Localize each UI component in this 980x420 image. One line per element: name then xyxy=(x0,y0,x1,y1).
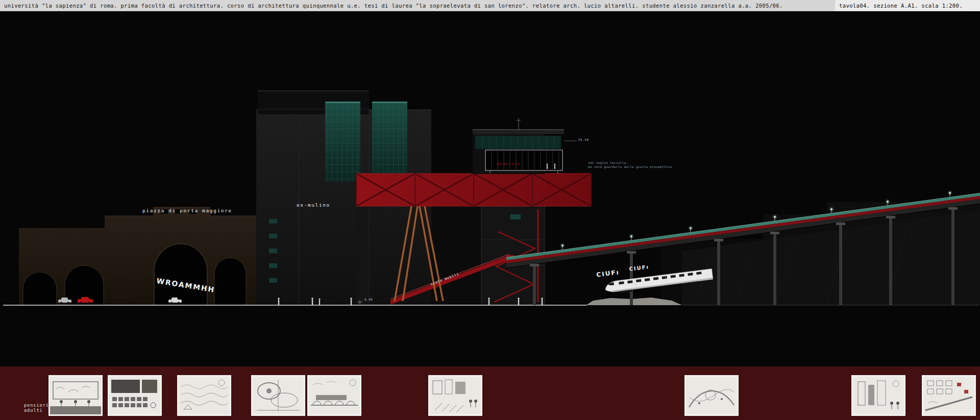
child-drawing-thumbnail-3 xyxy=(177,375,231,416)
project-title: università "la sapienza" di roma. prima … xyxy=(4,0,831,11)
child-drawing-1 xyxy=(50,377,101,414)
shaft-gap xyxy=(431,206,481,305)
child-drawing-8 xyxy=(853,377,904,414)
child-drawing-thumbnail-1 xyxy=(48,375,103,416)
child-drawing-4 xyxy=(253,377,304,414)
child-drawing-5 xyxy=(309,377,360,414)
footer-caption-line1: pensieri xyxy=(24,403,49,408)
red-truss-box xyxy=(356,174,591,206)
child-drawing-thumbnail-9 xyxy=(922,375,976,416)
footer-caption-line2: adulti xyxy=(24,408,49,413)
presentation-board: università "la sapienza" di roma. prima … xyxy=(0,0,980,420)
child-drawing-thumbnail-4 xyxy=(251,375,305,416)
child-drawing-thumbnail-8 xyxy=(851,375,905,416)
child-drawing-6 xyxy=(430,377,481,414)
child-drawing-9 xyxy=(923,377,974,414)
plate-label: tavola04. sezione A.A1. scala 1:200. xyxy=(835,0,980,11)
child-drawing-3 xyxy=(179,377,230,414)
child-drawing-7 xyxy=(686,377,737,414)
footer-band: pensieri adulti xyxy=(0,366,980,420)
child-drawing-thumbnail-7 xyxy=(684,375,739,416)
section-drawing xyxy=(0,0,980,420)
child-drawing-thumbnail-5 xyxy=(307,375,361,416)
footer-caption: pensieri adulti xyxy=(24,403,49,413)
child-drawing-thumbnail-6 xyxy=(428,375,482,416)
title-bar: università "la sapienza" di roma. prima … xyxy=(0,0,980,12)
child-drawing-thumbnail-2 xyxy=(108,375,162,416)
child-drawing-2 xyxy=(109,377,160,414)
